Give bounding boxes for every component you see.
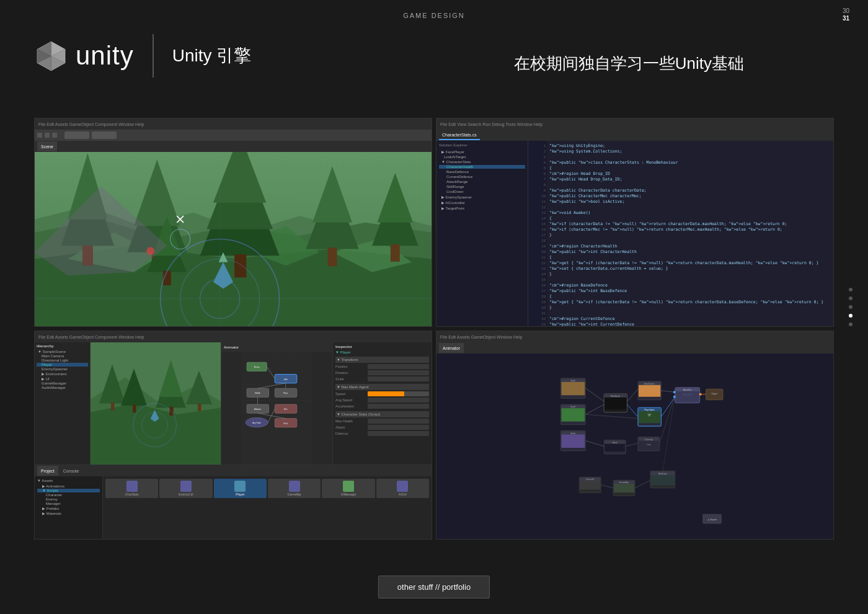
- svg-rect-56: [198, 404, 202, 412]
- nav-dot-4[interactable]: [849, 314, 852, 318]
- pt-item-5: Enemy: [37, 497, 100, 501]
- svg-rect-49: [111, 403, 115, 411]
- scene-tab[interactable]: Scene: [37, 141, 57, 151]
- code-line-16: }: [549, 233, 831, 238]
- bl-menu-text: File Edit Assets GameObject Component Wi…: [38, 335, 144, 339]
- code-line-14: "kw">if (characterData != "kw">null) "kw…: [549, 221, 831, 227]
- asset-2[interactable]: EnemyCtrl: [159, 479, 212, 498]
- asset-icon-3: [234, 481, 246, 492]
- line-numbers: 1234567891011121314151617181920212223242…: [528, 141, 547, 326]
- pt-item-7: ▶ Prefabs: [37, 506, 100, 510]
- code-line-2: [549, 154, 831, 160]
- outline-item-11: ▶ AIController: [439, 200, 525, 205]
- asset-5[interactable]: UIManager: [322, 479, 374, 498]
- header-title: GAME DESIGN: [403, 12, 465, 19]
- rot-x: [368, 370, 429, 375]
- transform-header: ▼ Transform: [335, 357, 429, 363]
- nav-dot-2[interactable]: [849, 296, 852, 300]
- scale-x: [368, 376, 429, 381]
- console-tab[interactable]: Console: [60, 466, 83, 476]
- page-numbers: 30 31: [843, 7, 849, 22]
- bl-scene-view: [91, 342, 221, 465]
- svg-rect-29: [391, 244, 400, 262]
- outline-item-7: AttackRange: [439, 180, 525, 184]
- pause-button[interactable]: [92, 131, 117, 139]
- asset-6[interactable]: AICtrl: [376, 479, 429, 498]
- toolbar-icon-3: [52, 133, 57, 138]
- hier-item-4: Player: [37, 363, 88, 367]
- asset-3[interactable]: Player: [214, 479, 267, 498]
- atk-row: Attack: [335, 425, 429, 430]
- scene-view-panel: File Edit Assets GameObject Component Wi…: [34, 118, 432, 327]
- animator-tabbar: Animator: [221, 342, 332, 352]
- svg-text:Blend: Float: Blend: Float: [683, 394, 692, 396]
- page-num-bottom: 31: [843, 15, 849, 22]
- svg-text:Texture2D: Texture2D: [586, 478, 595, 481]
- logo-section: unity Unity 引擎: [34, 34, 251, 78]
- code-topbar: File Edit View Search Run Debug Tools Wi…: [436, 118, 833, 130]
- scene-svg: [35, 152, 432, 326]
- outline-item-10: ▶ EnemySpawner: [439, 195, 525, 199]
- svg-text:Sprite: Sprite: [570, 406, 575, 408]
- nav-dot-1[interactable]: [849, 288, 852, 291]
- hier-item-3: Directional Light: [37, 358, 88, 362]
- nav-dots: [849, 288, 852, 326]
- project-tree: ▼ Assets ▶ Animations ▼ Scripts Characte…: [35, 476, 103, 539]
- hierarchy-panel: Hierarchy ▼ SampleScene Main Camera Dire…: [35, 342, 91, 465]
- svg-text:Lerp: Lerp: [647, 443, 650, 446]
- pt-item-3: ▼ Scripts: [37, 489, 100, 492]
- hier-item-7: ▶ UI: [37, 376, 88, 381]
- page-num-top: 30: [843, 7, 849, 15]
- code-line-15: "kw">if (characterMec != "kw">null) "kw"…: [549, 227, 831, 233]
- code-line-0: "kw">using UnityEngine;: [549, 143, 831, 149]
- svg-text:Sprite: Sprite: [570, 380, 575, 382]
- nav-dot-3[interactable]: [849, 305, 852, 309]
- svg-text:▲ Export: ▲ Export: [707, 518, 716, 521]
- svg-text:Sprite: Sprite: [570, 432, 575, 435]
- atk-val: [368, 425, 429, 430]
- code-line-29: }: [549, 305, 831, 311]
- outline-item-2: LookAtTarget: [439, 155, 525, 159]
- svg-point-40: [146, 247, 154, 255]
- hier-item-5: EnemySpawner: [37, 367, 88, 371]
- svg-text:PlayerSprite: PlayerSprite: [644, 409, 655, 411]
- accel-val: [368, 404, 429, 409]
- code-line-20: {: [549, 255, 831, 260]
- project-assets: CharStats EnemyCtrl Player GameMgr: [103, 476, 432, 539]
- ng-tab[interactable]: Animator: [439, 343, 464, 353]
- svg-rect-23: [234, 254, 246, 277]
- outline-item-6: CurrentDefence: [439, 175, 525, 179]
- code-line-21: "kw">get { "kw">if (characterData != "kw…: [549, 260, 831, 266]
- portfolio-button[interactable]: other stuff // portfolio: [378, 576, 490, 598]
- asset-icon-2: [180, 481, 192, 492]
- outline-item-9: CoolDown: [439, 190, 525, 194]
- nav-dot-5[interactable]: [849, 323, 852, 326]
- asset-1[interactable]: CharStats: [105, 479, 158, 498]
- asset-4[interactable]: GameMgr: [268, 479, 321, 498]
- toolbar-icon-1: [37, 133, 42, 138]
- unity-text: unity: [76, 41, 134, 71]
- charstats-header: ▼ Character Stats (Script): [335, 411, 429, 417]
- code-line-18: "cm">#region CharacterHealth: [549, 244, 831, 249]
- svg-text:NormalMap: NormalMap: [619, 481, 629, 484]
- outline-header: Solution Explorer: [439, 143, 525, 147]
- code-tab-bar: CharacterStats.cs: [436, 130, 833, 141]
- project-tabbar: Project Console: [35, 465, 432, 476]
- code-outline-panel: Solution Explorer ▶ FacePlayer LookAtTar…: [436, 141, 528, 326]
- code-line-8: "kw">public CharacterData characterData;: [549, 188, 831, 194]
- pt-item-6: Manager: [37, 502, 100, 505]
- inspector-panel: Inspector ▼ Player ▼ Transform Position …: [332, 342, 432, 465]
- asset-label-2: EnemyCtrl: [179, 492, 193, 496]
- svg-text:Output: Output: [712, 393, 717, 395]
- unity-icon: [34, 39, 68, 73]
- scene-menu-text: File Edit Assets GameObject Component Wi…: [38, 122, 144, 127]
- outline-item-8: SkillRange: [439, 185, 525, 189]
- play-button[interactable]: [64, 131, 89, 139]
- code-tab-active[interactable]: CharacterStats.cs: [439, 130, 480, 140]
- asset-icon-4: [289, 481, 300, 492]
- project-tab[interactable]: Project: [37, 466, 58, 476]
- rot-row: Rotation: [335, 370, 429, 375]
- code-editor-body: Solution Explorer ▶ FacePlayer LookAtTar…: [436, 141, 833, 326]
- code-line-4: {: [549, 166, 831, 171]
- code-menu-text: File Edit View Search Run Debug Tools Wi…: [440, 122, 542, 127]
